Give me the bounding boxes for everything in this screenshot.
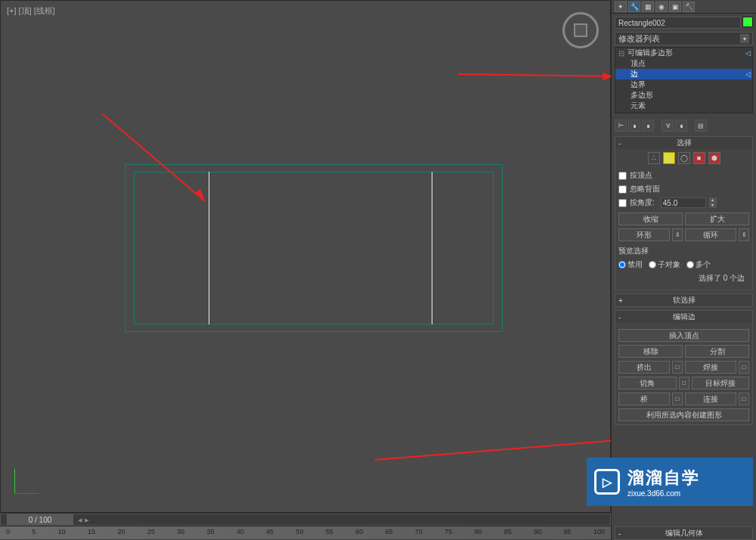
selected-edge-1[interactable]: [209, 172, 209, 324]
preview-multi-radio[interactable]: [686, 261, 694, 268]
split-button[interactable]: 分割: [685, 345, 749, 358]
subobj-vertex-icon[interactable]: ∴: [648, 152, 660, 164]
ruler-tick: 0: [6, 526, 10, 539]
tab-modify-icon[interactable]: 🔧: [628, 2, 640, 12]
subobj-border-icon[interactable]: ◯: [678, 152, 690, 164]
rollout-edit-geometry-header[interactable]: - 编辑几何体: [615, 527, 752, 539]
selected-edge-2[interactable]: [432, 172, 432, 324]
plus-icon: +: [618, 296, 623, 305]
viewport-label[interactable]: [+] [顶] [线框]: [7, 5, 55, 17]
bridge-settings-icon[interactable]: □: [672, 393, 683, 405]
by-vertex-checkbox[interactable]: [618, 172, 627, 180]
minus-icon: -: [618, 529, 621, 538]
timeline-handle[interactable]: 0 / 100: [7, 514, 73, 525]
ruler-tick: 80: [475, 526, 482, 539]
rollout-soft-selection-header[interactable]: + 软选择: [615, 294, 752, 306]
ruler-tick: 60: [355, 526, 363, 539]
stack-element[interactable]: 元素: [615, 101, 752, 111]
rectangle-inner[interactable]: [134, 172, 494, 324]
ruler-tick: 100: [593, 526, 605, 539]
stack-options-icon[interactable]: ▤: [695, 119, 707, 132]
rollout-edit-edges: - 编辑边 插入顶点 移除 分割 挤出 □ 焊接 □ 切角 □ 目标焊接: [615, 310, 753, 425]
object-name-input[interactable]: [615, 17, 741, 29]
stack-edge[interactable]: 边◁: [615, 69, 752, 79]
tab-display-icon[interactable]: ▣: [669, 2, 681, 12]
by-angle-label: 按角度:: [630, 197, 655, 208]
chevron-down-icon: ▾: [740, 34, 749, 43]
loop-button[interactable]: 循环: [685, 228, 736, 241]
viewcube[interactable]: [562, 12, 599, 48]
chamfer-settings-icon[interactable]: □: [679, 377, 689, 389]
preview-disable-radio[interactable]: [618, 261, 626, 268]
watermark-title: 溜溜自学: [627, 467, 700, 489]
rollout-selection-header[interactable]: - 选择: [615, 137, 752, 149]
insert-vertex-button[interactable]: 插入顶点: [618, 329, 749, 342]
stack-polygon[interactable]: 多边形: [615, 90, 752, 101]
modifier-stack[interactable]: ⊟ 可编辑多边形 ◁ 顶点 边◁ 边界 多边形 元素: [615, 47, 753, 113]
shrink-button[interactable]: 收缩: [618, 213, 683, 225]
timeline-ruler[interactable]: 0 5 10 15 20 25 30 35 40 45 50 55 60 65 …: [0, 526, 611, 539]
spinner-buttons[interactable]: ▴▾: [709, 197, 717, 208]
extrude-settings-icon[interactable]: □: [672, 361, 683, 374]
weld-settings-icon[interactable]: □: [739, 361, 749, 374]
subobj-edge-icon[interactable]: ◁: [663, 152, 675, 164]
ring-button[interactable]: 环形: [618, 228, 670, 241]
connect-settings-icon[interactable]: □: [739, 393, 749, 405]
tab-utilities-icon[interactable]: 🔨: [683, 2, 695, 12]
ignore-backface-checkbox[interactable]: [618, 185, 627, 194]
watermark: ▷ 溜溜自学 zixue.3d66.com: [587, 458, 753, 506]
configure-sets-icon[interactable]: ∎: [675, 119, 687, 132]
ruler-tick: 70: [415, 526, 423, 539]
remove-button[interactable]: 移除: [618, 345, 683, 358]
pin-stack-icon[interactable]: ⊢: [615, 119, 627, 132]
subobj-element-icon[interactable]: ⬢: [708, 152, 720, 164]
ruler-tick: 20: [117, 526, 125, 539]
make-unique-icon[interactable]: ∎: [642, 119, 654, 132]
minus-icon: -: [618, 313, 621, 321]
extrude-button[interactable]: 挤出: [618, 361, 670, 374]
ignore-backface-label: 忽略背面: [630, 184, 660, 194]
create-shape-button[interactable]: 利用所选内容创建图形: [618, 408, 749, 421]
ruler-tick: 45: [266, 526, 274, 539]
viewport[interactable]: [+] [顶] [线框]: [0, 0, 611, 513]
axis-y: [14, 469, 15, 493]
viewcube-face[interactable]: [574, 23, 587, 37]
timeline[interactable]: 0 / 100 ◂ ▸ 0 5 10 15 20 25 30 35 40 45 …: [0, 513, 611, 540]
ring-spinner[interactable]: ⇕: [672, 228, 683, 241]
target-weld-button[interactable]: 目标焊接: [692, 377, 750, 389]
timeline-slider[interactable]: 0 / 100 ◂ ▸: [0, 514, 611, 526]
ruler-tick: 35: [206, 526, 214, 539]
object-color-swatch[interactable]: [742, 17, 753, 27]
tab-create-icon[interactable]: ✦: [615, 2, 627, 12]
rollout-edit-edges-header[interactable]: - 编辑边: [615, 311, 752, 323]
loop-spinner[interactable]: ⇕: [739, 228, 749, 241]
bridge-button[interactable]: 桥: [618, 393, 670, 405]
chamfer-button[interactable]: 切角: [618, 377, 677, 389]
tab-hierarchy-icon[interactable]: ▦: [642, 2, 654, 12]
modifier-list-label: 修改器列表: [618, 33, 660, 45]
ruler-tick: 75: [445, 526, 452, 539]
annotation-arrow-2: [454, 65, 621, 88]
axis-x: [14, 493, 39, 494]
show-result-icon[interactable]: ∎: [628, 119, 640, 132]
preview-subobj-radio[interactable]: [649, 261, 656, 268]
stack-border[interactable]: 边界: [615, 79, 752, 90]
selection-status: 选择了 0 个边: [618, 270, 749, 287]
ruler-tick: 55: [326, 526, 333, 539]
remove-modifier-icon[interactable]: ∀: [662, 119, 674, 132]
modifier-list-dropdown[interactable]: 修改器列表 ▾: [615, 32, 753, 45]
minus-icon: -: [618, 139, 621, 147]
ruler-tick: 30: [177, 526, 184, 539]
ruler-tick: 95: [564, 526, 572, 539]
grow-button[interactable]: 扩大: [685, 213, 749, 225]
angle-spinner[interactable]: [661, 197, 706, 208]
connect-button[interactable]: 连接: [685, 393, 736, 405]
subobj-polygon-icon[interactable]: ■: [693, 152, 705, 164]
stack-root[interactable]: ⊟ 可编辑多边形 ◁: [615, 48, 752, 58]
ruler-tick: 5: [32, 526, 36, 539]
by-angle-checkbox[interactable]: [618, 199, 627, 207]
weld-button[interactable]: 焊接: [685, 361, 736, 374]
ruler-tick: 40: [237, 526, 244, 539]
tab-motion-icon[interactable]: ◉: [655, 2, 668, 12]
stack-vertex[interactable]: 顶点: [615, 58, 752, 69]
